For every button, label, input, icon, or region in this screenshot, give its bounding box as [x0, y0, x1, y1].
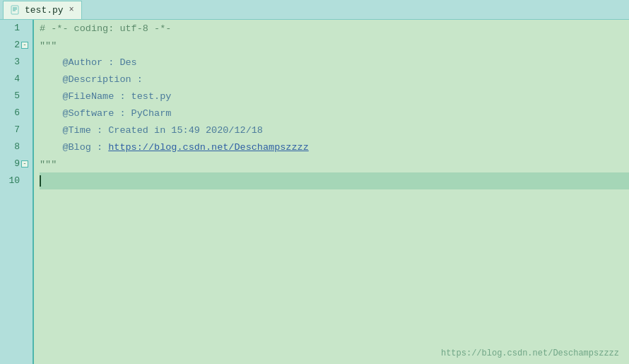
- tab-label: test.py: [25, 5, 64, 16]
- fold-button-2[interactable]: -: [21, 42, 28, 49]
- code-line-6: @Software : PyCharm: [40, 105, 629, 122]
- code-text-3: @Author : Des: [40, 57, 137, 68]
- fold-spacer-7: [21, 126, 28, 134]
- line-number-8: 8: [0, 139, 20, 155]
- code-text-4: @Description :: [40, 74, 143, 85]
- line-gutter: 1 2 - 3 4 5: [0, 20, 34, 364]
- code-link-8[interactable]: https://blog.csdn.net/Deschampszzzz: [108, 142, 309, 153]
- fold-spacer-4: [21, 75, 28, 83]
- editor-window: test.py × 1 2 - 3 4: [0, 0, 629, 364]
- line-number-2: 2: [0, 37, 20, 54]
- code-text-1: # -*- coding: utf-8 -*-: [40, 23, 171, 34]
- code-line-7: @Time : Created in 15:49 2020/12/18: [40, 122, 629, 139]
- code-text-9: """: [40, 159, 57, 170]
- gutter-row-10: 10: [0, 172, 28, 189]
- fold-spacer-10: [21, 177, 28, 185]
- line-number-7: 7: [0, 122, 20, 139]
- code-line-2: """: [40, 37, 629, 54]
- code-line-9: """: [40, 155, 629, 172]
- watermark: https://blog.csdn.net/Deschampszzzz: [441, 348, 619, 358]
- fold-spacer-1: [21, 24, 28, 33]
- svg-rect-0: [11, 6, 18, 14]
- text-cursor: [40, 175, 41, 187]
- code-text-2: """: [40, 40, 57, 51]
- code-line-5: @FileName : test.py: [40, 88, 629, 105]
- line-number-5: 5: [0, 88, 20, 105]
- code-area[interactable]: # -*- coding: utf-8 -*- """ @Author : De…: [34, 20, 629, 364]
- file-icon: [11, 5, 20, 15]
- tab-close-button[interactable]: ×: [69, 5, 74, 15]
- fold-spacer-3: [21, 58, 28, 66]
- fold-spacer-8: [21, 143, 28, 151]
- fold-spacer-6: [21, 109, 28, 117]
- line-number-10: 10: [0, 172, 20, 189]
- code-line-10[interactable]: [40, 172, 629, 189]
- gutter-row-1: 1: [0, 20, 28, 37]
- line-number-4: 4: [0, 71, 20, 88]
- fold-spacer-5: [21, 92, 28, 100]
- gutter-row-8: 8: [0, 139, 28, 155]
- code-line-8: @Blog : https://blog.csdn.net/Deschampsz…: [40, 139, 629, 155]
- code-text-7: @Time : Created in 15:49 2020/12/18: [40, 125, 263, 136]
- code-text-6: @Software : PyCharm: [40, 108, 171, 119]
- line-number-9: 9: [0, 155, 20, 172]
- file-tab[interactable]: test.py ×: [3, 1, 82, 19]
- code-text-8-prefix: @Blog :: [40, 142, 108, 153]
- gutter-row-4: 4: [0, 71, 28, 88]
- line-number-6: 6: [0, 105, 20, 122]
- gutter-row-7: 7: [0, 122, 28, 139]
- gutter-row-6: 6: [0, 105, 28, 122]
- code-line-1: # -*- coding: utf-8 -*-: [40, 20, 629, 37]
- gutter-row-3: 3: [0, 54, 28, 71]
- gutter-row-9: 9 -: [0, 155, 28, 172]
- line-number-3: 3: [0, 54, 20, 71]
- gutter-row-5: 5: [0, 88, 28, 105]
- fold-button-9[interactable]: -: [21, 160, 28, 168]
- line-number-1: 1: [0, 20, 20, 37]
- editor-body: 1 2 - 3 4 5: [0, 20, 629, 364]
- code-line-4: @Description :: [40, 71, 629, 88]
- tab-bar: test.py ×: [0, 0, 629, 20]
- gutter-row-2: 2 -: [0, 37, 28, 54]
- code-text-5: @FileName : test.py: [40, 91, 171, 102]
- code-line-3: @Author : Des: [40, 54, 629, 71]
